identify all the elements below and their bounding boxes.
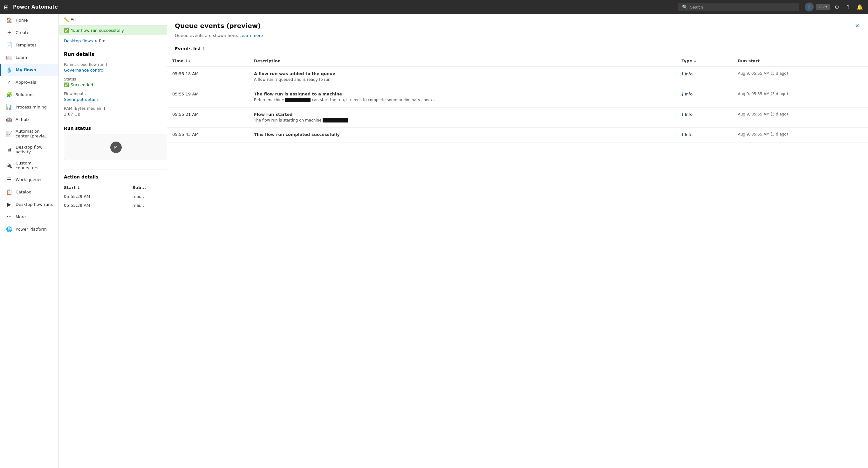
queue-events-panel: Queue events (preview) × Queue events ar… <box>167 14 868 468</box>
topbar: ⊞ Power Automate 🔍 👤 User ⚙ ? 🔔 <box>0 0 868 14</box>
sidebar-item-create[interactable]: + Create <box>0 26 59 39</box>
automation-center-icon: 📈 <box>6 131 12 137</box>
grid-icon[interactable]: ⊞ <box>4 4 8 10</box>
edit-button[interactable]: ✏️ Edit <box>64 17 78 22</box>
sidebar-item-templates[interactable]: 📄 Templates <box>0 39 59 51</box>
main-layout: 🏠 Home + Create 📄 Templates 📖 Learn 💧 My… <box>0 14 868 468</box>
sidebar-item-my-flows[interactable]: 💧 My flows <box>0 64 59 76</box>
flow-inputs-label: Flow inputs <box>64 92 168 96</box>
sidebar-item-home[interactable]: 🏠 Home <box>0 14 59 26</box>
sidebar-item-custom-connectors[interactable]: 🔌 Custom connectors <box>0 157 59 173</box>
sidebar-label-create: Create <box>16 30 29 35</box>
run-details-body: Run details Parent cloud flow run ℹ Gove… <box>59 47 173 215</box>
breadcrumb-desktop-flows[interactable]: Desktop flows <box>64 38 93 43</box>
event-desc-title: A flow run was added to the queue <box>254 71 671 76</box>
info-circle-icon: ℹ <box>681 112 683 117</box>
sidebar-item-process-mining[interactable]: 📊 Process mining <box>0 101 59 113</box>
info-icon: ℹ <box>105 63 107 67</box>
status-value: Succeeded <box>70 82 93 87</box>
sidebar-item-ai-hub[interactable]: 🤖 AI hub <box>0 113 59 126</box>
sidebar-item-desktop-flow-runs[interactable]: ▶ Desktop flow runs <box>0 198 59 211</box>
event-type-label: Info <box>685 133 693 137</box>
edit-icon: ✏️ <box>64 17 69 22</box>
event-type-cell: ℹ Info <box>676 87 733 107</box>
sidebar-item-catalog[interactable]: 📋 Catalog <box>0 186 59 198</box>
sidebar-label-desktop-flow-runs: Desktop flow runs <box>16 202 53 207</box>
sidebar-item-automation-center[interactable]: 📈 Automation center (previe... <box>0 126 59 142</box>
action-table-row: 05:55:39 AM mai... <box>64 201 168 210</box>
close-button[interactable]: × <box>854 20 860 31</box>
info-circle-icon: ℹ <box>681 71 683 76</box>
sidebar-label-home: Home <box>16 18 28 23</box>
action-col-start: Start ↓ <box>64 183 132 192</box>
sidebar-item-desktop-flow-activity[interactable]: 🖥 Desktop flow activity <box>0 142 59 157</box>
sidebar-label-templates: Templates <box>16 42 36 48</box>
search-input[interactable] <box>690 5 795 9</box>
event-time-cell: 05:55:43 AM <box>167 127 249 143</box>
help-icon[interactable]: ? <box>844 3 853 11</box>
redacted-text <box>285 98 311 102</box>
action-table-row: 05:55:39 AM mai... <box>64 192 168 201</box>
queue-events-table-container: Time ↑↓ Description Type ↓ <box>167 55 868 468</box>
search-bar[interactable]: 🔍 <box>678 3 799 11</box>
ram-row: RAM (Bytes median) ℹ 2.87 GB <box>64 106 168 116</box>
col-time[interactable]: Time ↑↓ <box>167 55 249 67</box>
sidebar-item-more[interactable]: ··· More <box>0 211 59 223</box>
success-message: Your flow ran successfully. <box>71 28 125 33</box>
event-time-cell: 05:55:21 AM <box>167 107 249 127</box>
sidebar-label-work-queues: Work queues <box>16 177 42 182</box>
learn-more-link[interactable]: Learn more <box>239 33 263 38</box>
event-desc-title: The flow run is assigned to a machine <box>254 92 671 96</box>
redacted-text <box>322 118 348 122</box>
governance-control-link[interactable]: Governance control <box>64 68 168 72</box>
events-list-label: Events list ℹ <box>175 42 860 55</box>
process-mining-icon: 📊 <box>6 104 12 110</box>
event-run-start-cell: Aug 9, 05:55 AM (3 d ago) <box>733 107 868 127</box>
breadcrumb: Desktop flows > Pre... <box>59 35 173 47</box>
sidebar-item-solutions[interactable]: 🧩 Solutions <box>0 88 59 101</box>
run-status-section: Run status M <box>64 126 168 165</box>
event-type-cell: ℹ Info <box>676 107 733 127</box>
type-sort-icon[interactable]: ↓ <box>693 59 696 63</box>
settings-icon[interactable]: ⚙ <box>832 3 841 11</box>
queue-events-header: Queue events (preview) × Queue events ar… <box>167 14 868 55</box>
table-row: 05:55:43 AM This flow run completed succ… <box>167 127 868 143</box>
divider-2 <box>64 170 168 170</box>
see-input-details-link[interactable]: See input details <box>64 97 168 102</box>
catalog-icon: 📋 <box>6 189 12 195</box>
info-circle-icon: ℹ <box>681 92 683 97</box>
action-sub: mai... <box>132 192 168 201</box>
sidebar-item-work-queues[interactable]: ☰ Work queues <box>0 173 59 186</box>
ai-hub-icon: 🤖 <box>6 116 12 122</box>
sidebar-item-learn[interactable]: 📖 Learn <box>0 51 59 64</box>
username-display[interactable]: User <box>816 4 830 10</box>
event-type-label: Info <box>685 71 693 76</box>
sidebar-item-power-platform[interactable]: 🌐 Power Platform <box>0 223 59 235</box>
sidebar-label-solutions: Solutions <box>16 92 35 97</box>
sidebar-label-catalog: Catalog <box>16 189 31 195</box>
col-type[interactable]: Type ↓ <box>676 55 733 67</box>
work-queues-icon: ☰ <box>6 177 12 183</box>
action-time: 05:55:39 AM <box>64 192 132 201</box>
ram-info-icon: ℹ <box>104 107 105 111</box>
run-details-toolbar: ✏️ Edit <box>59 14 173 25</box>
sidebar-label-custom-connectors: Custom connectors <box>16 161 53 170</box>
event-run-start-cell: Aug 9, 05:55 AM (3 d ago) <box>733 67 868 87</box>
time-sort-icon[interactable]: ↑↓ <box>185 59 191 63</box>
my-flows-icon: 💧 <box>6 67 12 73</box>
run-status-chart: M <box>64 135 168 160</box>
custom-connectors-icon: 🔌 <box>6 163 12 169</box>
desktop-flow-runs-icon: ▶ <box>6 201 12 207</box>
table-row: 05:55:21 AM Flow run started The flow ru… <box>167 107 868 127</box>
event-run-start-cell: Aug 9, 05:55 AM (3 d ago) <box>733 87 868 107</box>
event-desc-sub: Before machine can start the run, it nee… <box>254 97 671 103</box>
ram-label: RAM (Bytes median) ℹ <box>64 106 168 111</box>
sidebar-item-approvals[interactable]: ✓ Approvals <box>0 76 59 88</box>
breadcrumb-separator: > <box>94 38 98 43</box>
avatar[interactable]: 👤 <box>805 3 814 11</box>
notifications-icon[interactable]: 🔔 <box>855 3 864 11</box>
col-description: Description <box>249 55 676 67</box>
sidebar: 🏠 Home + Create 📄 Templates 📖 Learn 💧 My… <box>0 14 59 468</box>
sidebar-label-ai-hub: AI hub <box>16 117 29 122</box>
action-sub: mai... <box>132 201 168 210</box>
